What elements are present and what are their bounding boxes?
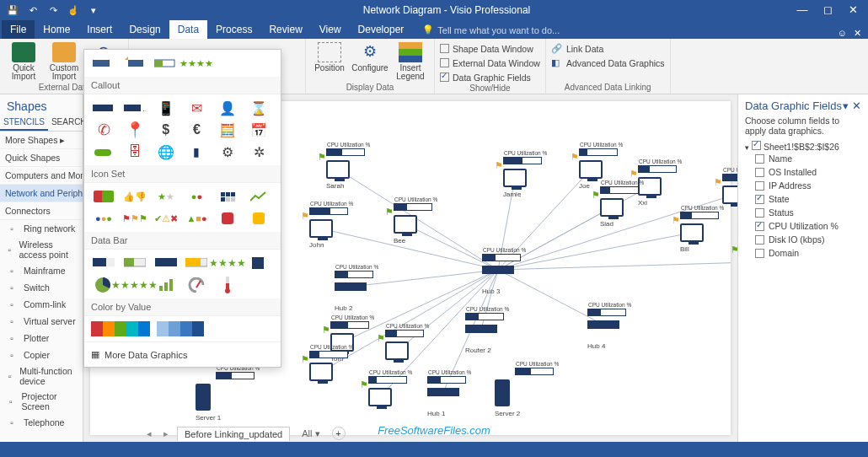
more-data-graphics-button[interactable]: ▦ More Data Graphics: [84, 341, 281, 367]
callout-item[interactable]: ⚙: [215, 143, 240, 160]
quick-shapes-section[interactable]: Quick Shapes: [0, 149, 83, 167]
shape-stencil-item[interactable]: ▫Copier: [0, 347, 83, 363]
callout-item[interactable]: ▮: [184, 143, 209, 160]
callout-item[interactable]: $: [153, 121, 179, 138]
tab-view[interactable]: View: [311, 20, 350, 39]
network-computer-node[interactable]: CPU Utilization %⚑John: [309, 219, 333, 238]
callout-item[interactable]: 👤: [215, 99, 240, 116]
iconset-item[interactable]: 👍👎: [122, 188, 147, 205]
quick-import-button[interactable]: Quick Import: [5, 40, 42, 81]
tab-design[interactable]: Design: [121, 20, 169, 39]
field-checkbox-row[interactable]: Disk IO (kbps): [745, 233, 861, 246]
configure-button[interactable]: ⚙ Configure: [351, 40, 388, 73]
shape-stencil-item[interactable]: ▫Comm-link: [0, 296, 83, 313]
callout-item[interactable]: 📅: [246, 121, 271, 138]
iconset-item[interactable]: [215, 188, 240, 205]
color-strip[interactable]: [84, 316, 281, 341]
network-server-node[interactable]: CPU Utilization %Server 1: [196, 384, 211, 411]
callout-item[interactable]: [91, 99, 116, 116]
redo-icon[interactable]: ↷: [44, 2, 62, 19]
shape-stencil-item[interactable]: ▫Plotter: [0, 330, 83, 347]
shape-stencil-item[interactable]: ▫Mainframe: [0, 262, 83, 279]
tell-me-search[interactable]: 💡 Tell me what you want to do...: [417, 21, 565, 39]
shape-stencil-item[interactable]: ▫Telephone: [0, 414, 83, 431]
network-hub-node[interactable]: CPU Utilization %Hub 1: [427, 388, 459, 396]
all-sheets-button[interactable]: All ▾: [295, 427, 326, 441]
shape-stencil-item[interactable]: ▫Projector Screen: [0, 389, 83, 414]
databar-item[interactable]: [122, 255, 147, 272]
close-pane-icon[interactable]: ✕: [854, 28, 861, 39]
sheet-prev-icon[interactable]: ◂: [143, 428, 155, 439]
databar-item[interactable]: ★★★★: [215, 255, 240, 272]
add-sheet-button[interactable]: +: [332, 427, 346, 440]
iconset-item[interactable]: [246, 210, 271, 227]
minimize-button[interactable]: —: [790, 2, 814, 19]
maximize-button[interactable]: ◻: [816, 2, 839, 19]
tab-home[interactable]: Home: [35, 20, 78, 39]
shape-stencil-item[interactable]: ▫Switch: [0, 279, 83, 296]
callout-item[interactable]: …: [122, 99, 147, 116]
touch-icon[interactable]: ☝: [64, 2, 83, 19]
external-data-window-checkbox[interactable]: External Data Window: [440, 56, 540, 69]
position-button[interactable]: Position: [311, 40, 348, 73]
databar-item[interactable]: [91, 255, 116, 272]
callout-preview-1[interactable]: [91, 55, 116, 72]
iconset-item[interactable]: ✔⚠✖: [153, 210, 179, 227]
callout-item[interactable]: 🗄: [122, 143, 147, 160]
network-computer-node[interactable]: CPU Utilization %⚑Joe: [579, 160, 603, 179]
link-data-button[interactable]: 🔗Link Data: [551, 42, 603, 55]
callout-item[interactable]: ✲: [246, 143, 271, 160]
data-graphic-fields-checkbox[interactable]: Data Graphic Fields: [440, 71, 531, 83]
databar-item[interactable]: [184, 277, 209, 293]
databar-item[interactable]: [246, 255, 271, 272]
callout-item[interactable]: ⌛: [246, 99, 271, 116]
tab-review[interactable]: Review: [260, 20, 310, 39]
databar-item[interactable]: [153, 277, 179, 293]
panel-dropdown-icon[interactable]: ▾ ✕: [843, 99, 861, 112]
network-server-node[interactable]: CPU Utilization %Server 2: [495, 379, 510, 406]
qat-dropdown-icon[interactable]: ▾: [84, 2, 103, 19]
network-hub-node[interactable]: CPU Utilization %Hub 4: [587, 320, 619, 329]
field-checkbox-row[interactable]: IP Address: [745, 179, 861, 192]
callout-item[interactable]: ✆: [91, 121, 116, 138]
network-peripherals-section[interactable]: Network and Peripherals: [0, 185, 83, 202]
network-computer-node[interactable]: CPU Utilization %⚑: [722, 185, 737, 204]
close-button[interactable]: ✕: [841, 2, 865, 19]
shape-stencil-item[interactable]: ▫Ring network: [0, 220, 83, 237]
network-computer-node[interactable]: CPU Utilization %⚑: [368, 388, 392, 406]
stencils-tab[interactable]: STENCILS: [0, 115, 48, 131]
iconset-item[interactable]: ●●●: [91, 210, 116, 227]
field-checkbox-row[interactable]: State: [745, 192, 861, 206]
sheet-next-icon[interactable]: ▸: [160, 428, 172, 439]
callout-item[interactable]: ✉: [184, 99, 209, 116]
iconset-item[interactable]: [215, 210, 240, 227]
computers-section[interactable]: Computers and Monitors: [0, 167, 83, 185]
smiley-icon[interactable]: ☺: [838, 28, 847, 39]
insert-legend-button[interactable]: Insert Legend: [392, 40, 429, 81]
callout-item[interactable]: 🌐: [153, 143, 179, 160]
callout-item[interactable]: 📱: [153, 99, 179, 116]
databar-item[interactable]: ★★★★★: [122, 277, 147, 293]
network-computer-node[interactable]: CPU Utilization %⚑Siad: [600, 198, 624, 217]
undo-icon[interactable]: ↶: [24, 2, 42, 19]
network-computer-node[interactable]: CPU Utilization %⚑: [309, 363, 333, 381]
network-hub-node[interactable]: CPU Utilization %Router 2: [465, 325, 497, 333]
field-checkbox-row[interactable]: Name: [745, 152, 861, 165]
save-icon[interactable]: 💾: [3, 2, 22, 19]
field-checkbox-row[interactable]: CPU Utilization %: [745, 219, 861, 233]
callout-item[interactable]: [91, 143, 116, 160]
iconset-item[interactable]: ●●: [184, 188, 209, 205]
callout-preview-2[interactable]: [122, 55, 147, 72]
sheet-range-root[interactable]: ▾ Sheet1!$B$2:$I$26: [745, 141, 861, 152]
iconset-item[interactable]: ★★: [153, 188, 179, 205]
shape-data-window-checkbox[interactable]: Shape Data Window: [440, 42, 533, 55]
callout-item[interactable]: €: [184, 121, 209, 138]
connectors-section[interactable]: Connectors: [0, 202, 83, 220]
iconset-item[interactable]: [246, 188, 271, 205]
callout-preview-4[interactable]: ★★★★: [184, 55, 209, 72]
databar-item[interactable]: [184, 255, 209, 272]
more-shapes-section[interactable]: More Shapes ▸: [0, 132, 83, 149]
iconset-item[interactable]: ⚑⚑⚑: [122, 210, 147, 227]
custom-import-button[interactable]: Custom Import: [46, 40, 83, 81]
tab-insert[interactable]: Insert: [78, 20, 121, 39]
